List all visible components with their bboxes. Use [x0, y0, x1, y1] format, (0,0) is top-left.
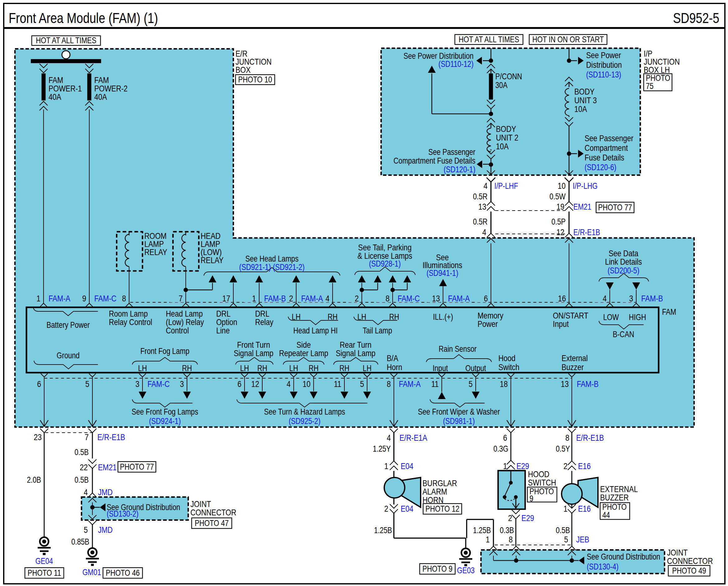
svg-text:PHOTO 9: PHOTO 9: [422, 564, 453, 574]
svg-text:FAM-A: FAM-A: [448, 294, 470, 303]
svg-text:2.0B: 2.0B: [27, 475, 41, 485]
svg-text:PHOTO 49: PHOTO 49: [672, 566, 706, 576]
svg-text:SWITCH: SWITCH: [528, 478, 556, 487]
svg-text:E/R-E1B: E/R-E1B: [573, 228, 600, 237]
svg-text:E/R-E1B: E/R-E1B: [97, 432, 125, 442]
svg-text:Repeater Lamp: Repeater Lamp: [279, 348, 328, 358]
svg-text:Fuse Details: Fuse Details: [584, 153, 624, 162]
svg-text:CONNECTOR: CONNECTOR: [667, 556, 713, 566]
svg-text:Hood: Hood: [498, 353, 516, 363]
svg-text:LH: LH: [240, 364, 249, 373]
svg-text:10: 10: [303, 379, 311, 389]
svg-text:13: 13: [561, 379, 569, 389]
svg-text:B/A: B/A: [387, 353, 398, 363]
svg-text:Signal Lamp: Signal Lamp: [336, 348, 375, 358]
svg-text:0.5W: 0.5W: [549, 192, 566, 201]
svg-text:Signal Lamp: Signal Lamp: [234, 348, 274, 358]
svg-text:2: 2: [289, 294, 293, 303]
svg-text:FAM-C: FAM-C: [398, 294, 420, 303]
svg-text:PHOTO 47: PHOTO 47: [195, 518, 229, 528]
svg-text:0.5Y: 0.5Y: [556, 444, 570, 453]
svg-text:5: 5: [469, 379, 473, 389]
svg-text:See Passenger: See Passenger: [584, 133, 633, 143]
svg-text:17: 17: [222, 294, 230, 303]
svg-text:13: 13: [478, 202, 486, 212]
svg-text:23: 23: [34, 432, 42, 442]
svg-text:44: 44: [602, 510, 610, 520]
svg-text:CONNECTOR: CONNECTOR: [190, 508, 236, 517]
svg-text:(SD120-1): (SD120-1): [444, 165, 475, 174]
svg-text:Ground: Ground: [57, 351, 80, 360]
svg-text:Compartment: Compartment: [584, 143, 628, 153]
svg-text:(SD928-1): (SD928-1): [369, 259, 401, 268]
svg-text:(SD941-1): (SD941-1): [426, 268, 458, 278]
svg-text:See Passenger: See Passenger: [428, 148, 475, 157]
svg-text:Front Fog Lamp: Front Fog Lamp: [140, 346, 189, 356]
svg-text:UNIT 2: UNIT 2: [496, 133, 518, 142]
svg-text:Input: Input: [553, 319, 569, 329]
svg-text:4: 4: [482, 228, 486, 237]
svg-text:GM01: GM01: [82, 568, 101, 577]
svg-text:FAM-B: FAM-B: [641, 294, 663, 303]
svg-text:6: 6: [503, 433, 507, 443]
svg-text:0.85B: 0.85B: [71, 537, 89, 547]
svg-text:HIGH: HIGH: [629, 313, 646, 322]
svg-text:External: External: [562, 353, 588, 363]
svg-text:4: 4: [287, 379, 291, 389]
svg-text:RH: RH: [309, 364, 318, 373]
svg-text:BOX: BOX: [235, 65, 251, 75]
svg-text:E04: E04: [401, 504, 413, 513]
svg-text:BODY: BODY: [496, 124, 516, 134]
svg-text:Distribution: Distribution: [586, 60, 622, 70]
svg-text:12: 12: [556, 228, 564, 237]
svg-text:E/R-E1A: E/R-E1A: [399, 433, 427, 443]
svg-text:RH: RH: [182, 364, 192, 373]
svg-text:2: 2: [355, 294, 359, 303]
svg-text:(SD110-12): (SD110-12): [438, 59, 473, 69]
svg-text:FAM-C: FAM-C: [148, 379, 170, 389]
svg-text:10A: 10A: [574, 104, 588, 114]
svg-text:Input: Input: [433, 364, 448, 373]
svg-text:E16: E16: [578, 504, 591, 513]
svg-text:HOT AT ALL TIMES: HOT AT ALL TIMES: [36, 36, 96, 45]
svg-text:B-CAN: B-CAN: [613, 330, 634, 339]
svg-text:E29: E29: [521, 513, 534, 523]
svg-text:7: 7: [179, 294, 183, 303]
svg-text:4: 4: [484, 181, 488, 191]
svg-text:1.25B: 1.25B: [374, 526, 392, 535]
svg-text:GE04: GE04: [35, 556, 53, 566]
svg-text:5: 5: [85, 379, 89, 389]
svg-text:10A: 10A: [496, 141, 509, 151]
svg-text:(SD110-13): (SD110-13): [586, 70, 621, 79]
svg-text:ILL.(+): ILL.(+): [433, 312, 453, 322]
svg-text:Front Area Module (FAM) (1): Front Area Module (FAM) (1): [9, 10, 158, 26]
svg-text:PHOTO 77: PHOTO 77: [120, 462, 154, 472]
svg-text:4: 4: [326, 294, 330, 303]
svg-text:3: 3: [180, 379, 184, 389]
svg-text:5: 5: [360, 379, 364, 389]
svg-text:E/R-E1B: E/R-E1B: [576, 433, 604, 443]
svg-text:19: 19: [556, 202, 564, 212]
svg-text:Tail Lamp: Tail Lamp: [363, 326, 392, 335]
svg-text:40A: 40A: [49, 92, 61, 102]
svg-text:5: 5: [564, 535, 568, 544]
svg-text:Switch: Switch: [498, 362, 520, 372]
svg-text:8: 8: [565, 433, 569, 443]
svg-text:30A: 30A: [495, 81, 508, 90]
svg-text:9: 9: [82, 294, 86, 303]
svg-text:Head Lamp HI: Head Lamp HI: [293, 326, 338, 335]
svg-text:5: 5: [84, 525, 88, 535]
svg-text:FAM: FAM: [662, 307, 676, 317]
svg-text:BUZZER: BUZZER: [600, 493, 629, 502]
svg-text:6: 6: [484, 294, 488, 303]
svg-text:1: 1: [252, 294, 256, 303]
svg-text:JMD: JMD: [98, 525, 113, 535]
svg-text:(SD981-1): (SD981-1): [443, 417, 475, 426]
svg-text:75: 75: [646, 81, 654, 91]
svg-text:11: 11: [334, 379, 341, 389]
svg-text:FAM-C: FAM-C: [94, 294, 116, 303]
svg-text:Output: Output: [465, 364, 486, 373]
svg-text:8: 8: [386, 294, 390, 303]
svg-text:JEB: JEB: [576, 535, 589, 544]
svg-text:JMD: JMD: [98, 487, 113, 497]
